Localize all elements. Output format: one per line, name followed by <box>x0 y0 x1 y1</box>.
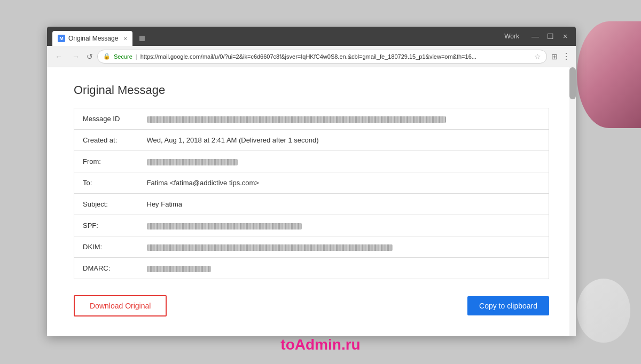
new-tab-button[interactable] <box>135 31 150 46</box>
field-label-from: From: <box>74 151 138 172</box>
close-button[interactable]: × <box>560 32 570 41</box>
minimize-button[interactable]: — <box>530 32 541 41</box>
field-label-to: To: <box>74 172 138 194</box>
redacted-dmarc <box>147 266 211 272</box>
address-bar: ← → ↺ 🔒 Secure | https://mail.google.com… <box>47 46 576 67</box>
table-row: From: <box>74 151 549 172</box>
table-row: Message ID <box>74 108 549 130</box>
browser-window: M Original Message × Work — ☐ × ← → ↺ 🔒 … <box>47 27 576 336</box>
tab-close-button[interactable]: × <box>123 35 127 42</box>
table-row: DMARC: <box>74 258 549 279</box>
page-title: Original Message <box>74 83 549 97</box>
field-value-from <box>138 151 549 172</box>
bg-decoration-bottom-right <box>577 279 630 343</box>
copy-to-clipboard-button[interactable]: Copy to clipboard <box>467 296 549 315</box>
page-content: Original Message Message ID Created at: … <box>47 67 576 336</box>
title-bar: M Original Message × Work — ☐ × <box>47 27 576 46</box>
secure-icon: 🔒 <box>103 53 111 60</box>
bookmark-icon[interactable]: ☆ <box>534 52 541 61</box>
scrollbar[interactable] <box>569 67 576 336</box>
field-value-message-id <box>138 108 549 130</box>
url-text: https://mail.google.com/mail/u/0/?ui=2&i… <box>140 53 531 60</box>
table-row: Subject: Hey Fatima <box>74 194 549 215</box>
window-label: Work <box>504 33 519 40</box>
field-value-dmarc <box>138 258 549 279</box>
reload-button[interactable]: ↺ <box>87 52 93 61</box>
table-row: DKIM: <box>74 236 549 258</box>
field-value-spf <box>138 215 549 236</box>
field-label-dkim: DKIM: <box>74 236 138 258</box>
tab-area: M Original Message × <box>52 27 504 46</box>
buttons-row: Download Original Copy to clipboard <box>74 295 549 316</box>
redacted-spf <box>147 223 302 230</box>
bg-decoration-right <box>577 21 641 128</box>
tab-title: Original Message <box>68 35 118 42</box>
scrollbar-thumb[interactable] <box>569 67 576 99</box>
field-value-subject: Hey Fatima <box>138 194 549 215</box>
field-label-dmarc: DMARC: <box>74 258 138 279</box>
field-value-dkim <box>138 236 549 258</box>
field-value-created-at: Wed, Aug 1, 2018 at 2:41 AM (Delivered a… <box>138 130 549 151</box>
download-original-button[interactable]: Download Original <box>74 295 167 316</box>
field-label-subject: Subject: <box>74 194 138 215</box>
table-row: Created at: Wed, Aug 1, 2018 at 2:41 AM … <box>74 130 549 151</box>
maximize-button[interactable]: ☐ <box>545 32 556 41</box>
window-controls: Work — ☐ × <box>504 32 570 41</box>
menu-icon[interactable]: ⋮ <box>562 51 570 61</box>
field-label-created-at: Created at: <box>74 130 138 151</box>
field-value-to: Fatima <fatima@addictive tips.com> <box>138 172 549 194</box>
message-table: Message ID Created at: Wed, Aug 1, 2018 … <box>74 108 549 279</box>
redacted-from <box>147 159 238 165</box>
url-separator: | <box>136 53 137 60</box>
redacted-message-id <box>147 116 446 123</box>
forward-button[interactable]: → <box>69 52 82 61</box>
field-label-message-id: Message ID <box>74 108 138 130</box>
svg-rect-0 <box>139 36 145 41</box>
back-button[interactable]: ← <box>52 52 65 61</box>
active-tab[interactable]: M Original Message × <box>52 31 132 46</box>
table-row: To: Fatima <fatima@addictive tips.com> <box>74 172 549 194</box>
url-bar[interactable]: 🔒 Secure | https://mail.google.com/mail/… <box>97 50 547 64</box>
grid-icon[interactable]: ⊞ <box>551 52 558 61</box>
watermark: toAdmin.ru <box>280 336 360 353</box>
redacted-dkim <box>147 244 393 251</box>
secure-text: Secure <box>114 53 132 60</box>
gmail-tab-icon: M <box>58 35 65 42</box>
table-row: SPF: <box>74 215 549 236</box>
field-label-spf: SPF: <box>74 215 138 236</box>
